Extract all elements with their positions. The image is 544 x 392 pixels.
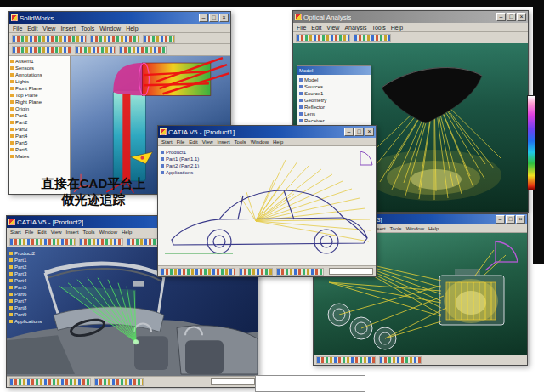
tree-item[interactable]: Part5	[9, 284, 42, 291]
minimize-icon[interactable]: –	[496, 215, 505, 224]
tree-item[interactable]: Assem1	[10, 58, 69, 65]
close-icon[interactable]: ×	[219, 14, 229, 22]
toolbar-icons[interactable]	[161, 268, 235, 276]
toolbar-icons[interactable]	[12, 35, 87, 43]
tree-item[interactable]: Part8	[9, 304, 42, 311]
toolbar-icons[interactable]	[119, 46, 167, 54]
tree-item[interactable]: Model	[299, 77, 369, 83]
tree-item[interactable]: Part3	[10, 126, 69, 133]
toolbar-icons[interactable]	[94, 378, 144, 386]
toolbar-icons[interactable]	[12, 46, 71, 54]
toolbar-icons[interactable]	[354, 34, 391, 42]
close-icon[interactable]: ×	[365, 128, 374, 136]
tree-item[interactable]: Part2 (Part2.1)	[161, 162, 199, 169]
toolbar-icons[interactable]	[143, 35, 175, 43]
toolbar-icons[interactable]	[316, 356, 376, 364]
menu-item[interactable]: View	[202, 139, 213, 145]
tree-item[interactable]: Part1 (Part1.1)	[161, 156, 199, 162]
tree-item[interactable]: Part5	[10, 139, 69, 146]
tree-item[interactable]: Applications	[161, 169, 199, 176]
menu-item[interactable]: Insert	[60, 26, 76, 31]
menu-item[interactable]: Edit	[37, 230, 46, 235]
menu-item[interactable]: Help	[391, 25, 403, 31]
minimize-icon[interactable]: –	[496, 13, 506, 21]
toolbar-icons[interactable]	[9, 238, 76, 246]
tree-item[interactable]: Receiver	[299, 117, 369, 124]
command-input[interactable]	[329, 268, 373, 275]
menu-item[interactable]: Edit	[189, 139, 197, 145]
close-icon[interactable]: ×	[517, 13, 526, 21]
menu-item[interactable]: Window	[251, 139, 269, 145]
menu-item[interactable]: View	[42, 26, 55, 31]
command-input[interactable]	[211, 378, 255, 385]
tree-item[interactable]: Part2	[10, 119, 69, 126]
minimize-icon[interactable]: –	[344, 128, 354, 136]
tree-item[interactable]: Part1	[9, 257, 42, 264]
tree-item[interactable]: Part4	[9, 277, 42, 284]
tree-item[interactable]: Mates	[10, 153, 69, 160]
tree-item[interactable]: Lens	[299, 111, 369, 117]
panel-title[interactable]: Model	[298, 66, 371, 75]
toolbar-icons[interactable]	[75, 46, 116, 54]
menu-item[interactable]: File	[26, 230, 34, 235]
maximize-icon[interactable]: □	[354, 128, 364, 136]
menu-item[interactable]: Help	[126, 26, 138, 31]
tree-item[interactable]: Sensors	[10, 65, 69, 71]
title-bar[interactable]: Optical Analysis – □ ×	[293, 11, 528, 23]
menu-item[interactable]: Help	[122, 230, 132, 235]
menu-item[interactable]: Tools	[81, 26, 94, 31]
tree-item[interactable]: Source1	[299, 90, 369, 97]
minimize-icon[interactable]: –	[199, 14, 208, 22]
menu-item[interactable]: Help	[273, 139, 283, 145]
tree-item[interactable]: Lights	[10, 78, 69, 85]
tree-item[interactable]: Reflector	[299, 104, 369, 111]
tree-item[interactable]: Product1	[161, 149, 199, 156]
tree-item[interactable]: Annotations	[10, 71, 69, 78]
toolbar-icons[interactable]	[90, 35, 139, 43]
toolbar-icons[interactable]	[239, 268, 273, 276]
menu-item[interactable]: Edit	[311, 25, 321, 31]
tree-item[interactable]: Product2	[9, 250, 42, 257]
toolbar-icons[interactable]	[9, 378, 91, 386]
tree-item[interactable]: Part4	[10, 133, 69, 139]
toolbar-icons[interactable]	[127, 238, 161, 246]
toolbar-icons[interactable]	[379, 356, 422, 364]
tree-item[interactable]: Top Plane	[10, 92, 69, 99]
tree-item[interactable]: Origin	[10, 105, 69, 112]
compass-icon[interactable]	[360, 151, 372, 165]
toolbar-icons[interactable]	[296, 34, 350, 42]
menu-item[interactable]: Window	[99, 26, 121, 31]
menu-item[interactable]: File	[177, 139, 185, 145]
maximize-icon[interactable]: □	[209, 14, 218, 22]
viewport-3d[interactable]: Product1Part1 (Part1.1)Part2 (Part2.1)Ap…	[158, 146, 376, 265]
menu-item[interactable]: View	[326, 25, 339, 31]
tree-item[interactable]: Part3	[9, 270, 42, 277]
compass-icon[interactable]	[485, 241, 518, 270]
menu-item[interactable]: File	[13, 26, 22, 31]
tree-item[interactable]: Part2	[9, 264, 42, 270]
tree-item[interactable]: Part1	[10, 112, 69, 119]
tree-item[interactable]: Right Plane	[10, 99, 69, 105]
toolbar-icons[interactable]	[79, 238, 123, 246]
menu-item[interactable]: Insert	[66, 230, 79, 235]
close-icon[interactable]: ×	[516, 215, 525, 224]
maximize-icon[interactable]: □	[507, 13, 516, 21]
maximize-icon[interactable]: □	[506, 215, 515, 224]
menu-item[interactable]: Analysis	[344, 25, 366, 31]
menu-item[interactable]: Start	[10, 230, 21, 235]
menu-item[interactable]: Insert	[218, 139, 230, 145]
title-bar[interactable]: CATIA V5 - [Product1] – □ ×	[158, 126, 376, 138]
menu-item[interactable]: Tools	[371, 25, 385, 31]
menu-item[interactable]: Tools	[235, 139, 246, 145]
menu-item[interactable]: Tools	[83, 230, 95, 235]
tree-item[interactable]: Geometry	[299, 97, 369, 104]
tree-item[interactable]: Applications	[9, 318, 42, 325]
tree-item[interactable]: Part6	[10, 146, 69, 153]
menu-item[interactable]: Window	[406, 226, 424, 231]
toolbar-icons[interactable]	[276, 268, 324, 276]
menu-item[interactable]: Tools	[390, 226, 402, 231]
menu-item[interactable]: Edit	[27, 26, 37, 31]
menu-item[interactable]: View	[51, 230, 62, 235]
tree-item[interactable]: Part9	[9, 311, 42, 318]
tree-item[interactable]: Part7	[9, 298, 42, 304]
